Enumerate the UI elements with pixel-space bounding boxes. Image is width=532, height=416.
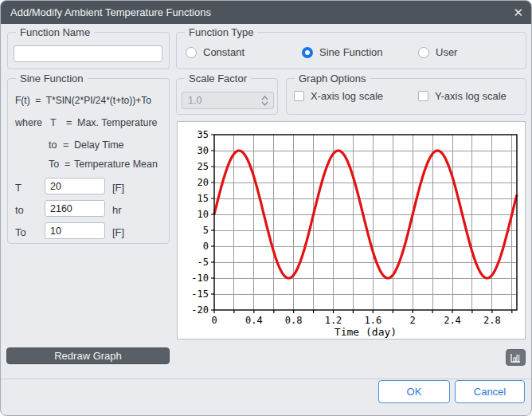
svg-text:1.6: 1.6 [364, 315, 381, 326]
param-T-input[interactable] [45, 178, 105, 194]
svg-text:-15: -15 [191, 288, 209, 300]
svg-text:0: 0 [203, 241, 209, 252]
svg-text:-20: -20 [191, 304, 209, 316]
def-term-To: To [49, 159, 59, 170]
svg-text:25: 25 [198, 161, 209, 172]
def-desc-to: Delay Time [74, 139, 124, 151]
svg-text:2.4: 2.4 [444, 315, 461, 326]
svg-text:0: 0 [211, 315, 217, 326]
svg-text:30: 30 [198, 145, 209, 156]
function-name-group-label: Function Name [16, 26, 94, 38]
checkbox-y-axis-log[interactable]: Y-axis log scale [418, 90, 507, 102]
svg-text:0.8: 0.8 [285, 315, 303, 326]
scale-factor-value: 1.0 [182, 95, 261, 106]
sine-formula: F(t) = T*SIN(2*PI/24*(t+to))+To [15, 95, 151, 106]
cancel-button[interactable]: Cancel [455, 380, 525, 403]
radio-sine-function-icon[interactable] [302, 47, 313, 58]
sine-function-group-label: Sine Function [16, 73, 88, 84]
def-eq-To: = [65, 159, 70, 170]
def-term-T: T [50, 117, 57, 128]
radio-user-label: User [436, 46, 457, 58]
function-type-group-label: Function Type [185, 26, 257, 38]
param-To-label: To [15, 226, 26, 238]
chart-icon-button[interactable] [506, 349, 526, 366]
radio-constant-label: Constant [203, 46, 244, 58]
scale-factor-spinner[interactable]: 1.0 [182, 92, 274, 109]
param-T-unit: [F] [112, 182, 124, 194]
param-To-unit: [F] [112, 226, 124, 238]
svg-text:-10: -10 [191, 273, 209, 284]
def-desc-To: Temperature Mean [74, 159, 158, 170]
def-desc-T: Max. Temperature [77, 117, 158, 128]
radio-constant-icon[interactable] [186, 47, 197, 58]
param-To-input[interactable] [45, 222, 105, 239]
svg-text:-5: -5 [198, 257, 209, 268]
sine-chart: 35302520151050-5-10-15-2000.40.81.21.622… [178, 122, 525, 339]
function-name-input[interactable] [14, 45, 162, 62]
svg-text:1.2: 1.2 [325, 315, 342, 326]
svg-text:15: 15 [198, 193, 209, 204]
footer-divider [1, 379, 532, 379]
svg-text:35: 35 [198, 129, 209, 140]
radio-user[interactable]: User [418, 46, 457, 58]
dialog-window: Add/Modify Ambient Temperature Functions… [0, 0, 532, 416]
spinner-up-icon[interactable] [261, 96, 268, 100]
close-icon[interactable]: ✕ [513, 6, 523, 18]
checkbox-y-axis-log-label: Y-axis log scale [435, 90, 507, 102]
where-label: where [15, 117, 42, 128]
param-to-label: to [15, 204, 24, 216]
scale-factor-group-label: Scale Factor [185, 73, 251, 84]
param-to-input[interactable] [45, 200, 105, 217]
checkbox-x-axis-log-label: X-axis log scale [311, 90, 383, 102]
def-term-to: to [49, 139, 57, 151]
svg-text:5: 5 [203, 225, 209, 236]
checkbox-y-axis-log-icon[interactable] [418, 91, 428, 101]
radio-sine-function[interactable]: Sine Function [302, 46, 383, 58]
svg-text:2.8: 2.8 [483, 315, 501, 326]
checkbox-x-axis-log[interactable]: X-axis log scale [294, 90, 383, 102]
param-T-label: T [15, 182, 22, 194]
def-eq-T: = [66, 117, 72, 128]
title-bar: Add/Modify Ambient Temperature Functions… [1, 1, 532, 24]
redraw-graph-button[interactable]: Redraw Graph [6, 347, 170, 364]
spinner-down-icon[interactable] [261, 101, 268, 106]
graph-options-group-label: Graph Options [295, 73, 370, 84]
def-eq-to: = [63, 139, 68, 151]
radio-constant[interactable]: Constant [186, 46, 244, 58]
param-to-unit: hr [112, 204, 122, 216]
checkbox-x-axis-log-icon[interactable] [294, 91, 304, 101]
ok-button[interactable]: OK [378, 380, 450, 403]
svg-text:Time (day): Time (day) [334, 326, 397, 338]
bar-chart-icon [510, 353, 521, 363]
window-title: Add/Modify Ambient Temperature Functions [10, 6, 211, 18]
svg-text:10: 10 [198, 209, 209, 220]
graph-panel: 35302520151050-5-10-15-2000.40.81.21.622… [177, 121, 526, 339]
radio-sine-function-label: Sine Function [319, 46, 383, 58]
radio-user-icon[interactable] [418, 47, 429, 58]
svg-text:2: 2 [410, 315, 416, 326]
svg-text:20: 20 [198, 177, 209, 188]
svg-text:0.4: 0.4 [245, 315, 263, 326]
